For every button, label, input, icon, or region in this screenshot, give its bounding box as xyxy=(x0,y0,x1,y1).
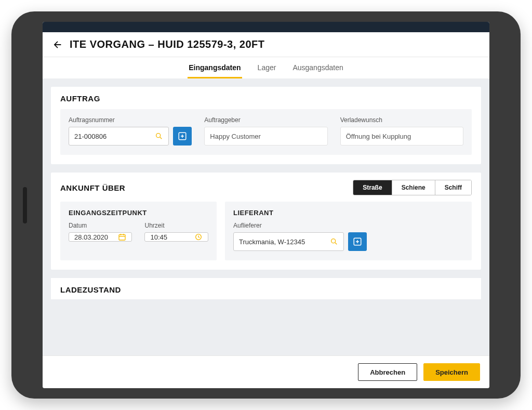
home-button[interactable] xyxy=(23,187,27,223)
title-bar: ITE Vorgang – HUID 125579-3, 20ft xyxy=(43,32,489,57)
plus-box-icon xyxy=(178,131,187,141)
tab-lager[interactable]: Lager xyxy=(257,57,277,78)
search-icon[interactable] xyxy=(330,237,338,246)
content-area: Auftrag Auftragsnummer 21-000806 xyxy=(43,78,489,355)
input-auftragsnummer[interactable]: 21-000806 xyxy=(69,127,169,146)
search-icon[interactable] xyxy=(155,132,163,140)
value-uhrzeit: 10:45 xyxy=(150,233,167,241)
plus-box-icon xyxy=(353,237,362,246)
input-verladewunsch: Öffnung bei Kupplung xyxy=(340,127,463,146)
segment-schiff[interactable]: Schiff xyxy=(435,180,471,195)
value-datum: 28.03.2020 xyxy=(74,233,108,241)
section-title-auftrag: Auftrag xyxy=(60,94,100,103)
tab-ausgangsdaten[interactable]: Ausgangsdaten xyxy=(291,57,344,78)
input-auftraggeber: Happy Customer xyxy=(204,127,327,146)
subtitle-lieferant: Lieferant xyxy=(233,209,463,217)
add-auflieferer-button[interactable] xyxy=(348,232,367,251)
tab-eingangsdaten[interactable]: Eingangsdaten xyxy=(188,57,242,78)
section-ankunft: Ankunft über Straße Schiene Schiff Einga… xyxy=(51,173,481,270)
section-title-ankunft: Ankunft über xyxy=(60,183,125,192)
label-auftraggeber: Auftraggeber xyxy=(204,116,327,124)
svg-point-0 xyxy=(156,134,161,138)
input-auflieferer[interactable]: Truckmania, W-12345 xyxy=(233,232,344,251)
svg-rect-5 xyxy=(119,234,125,240)
value-auftragsnummer: 21-000806 xyxy=(74,133,107,140)
label-auftragsnummer: Auftragsnummer xyxy=(69,116,192,124)
input-uhrzeit[interactable]: 10:45 xyxy=(144,232,208,242)
subtitle-eingangszeitpunkt: Eingangszeitpunkt xyxy=(69,209,208,217)
value-auflieferer: Truckmania, W-12345 xyxy=(239,238,305,246)
svg-point-12 xyxy=(331,239,336,243)
svg-line-13 xyxy=(335,243,337,244)
screen: ITE Vorgang – HUID 125579-3, 20ft Eingan… xyxy=(43,22,489,388)
segment-schiene[interactable]: Schiene xyxy=(392,180,435,195)
add-auftrag-button[interactable] xyxy=(173,127,192,146)
value-verladewunsch: Öffnung bei Kupplung xyxy=(346,133,411,140)
status-bar xyxy=(43,22,489,32)
back-button[interactable] xyxy=(52,39,63,50)
input-datum[interactable]: 28.03.2020 xyxy=(69,232,132,242)
section-ladezustand: Ladezustand xyxy=(51,278,481,299)
section-auftrag: Auftrag Auftragsnummer 21-000806 xyxy=(51,87,481,164)
footer-actions: Abbrechen Speichern xyxy=(43,355,489,388)
cancel-button[interactable]: Abbrechen xyxy=(358,363,417,381)
label-uhrzeit: Uhrzeit xyxy=(144,222,208,229)
tablet-frame: ITE Vorgang – HUID 125579-3, 20ft Eingan… xyxy=(11,11,521,399)
tabs: Eingangsdaten Lager Ausgangsdaten xyxy=(43,57,489,78)
label-auflieferer: Auflieferer xyxy=(233,222,367,229)
segment-ankunft-mode: Straße Schiene Schiff xyxy=(353,180,472,195)
svg-line-1 xyxy=(160,137,162,139)
save-button[interactable]: Speichern xyxy=(423,363,480,381)
segment-strasse[interactable]: Straße xyxy=(353,180,391,195)
page-title: ITE Vorgang – HUID 125579-3, 20ft xyxy=(70,38,265,50)
clock-icon[interactable] xyxy=(194,233,203,241)
calendar-icon[interactable] xyxy=(118,233,126,241)
svg-line-11 xyxy=(198,237,200,237)
label-datum: Datum xyxy=(69,222,132,229)
arrow-left-icon xyxy=(52,39,63,50)
section-title-ladezustand: Ladezustand xyxy=(60,285,472,294)
value-auftraggeber: Happy Customer xyxy=(210,133,261,140)
label-verladewunsch: Verladewunsch xyxy=(340,116,463,124)
